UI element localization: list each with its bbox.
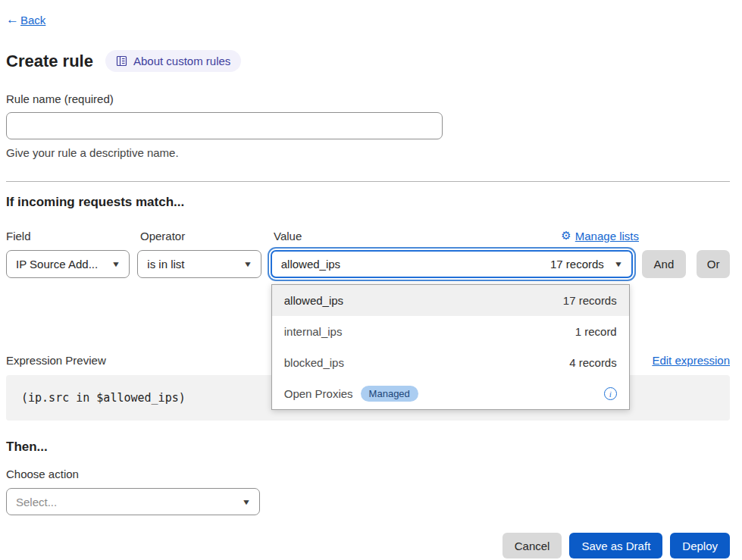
list-option-blocked-ips[interactable]: blocked_ips 4 records [272, 347, 629, 378]
lists-dropdown: allowed_ips 17 records internal_ips 1 re… [271, 284, 630, 410]
list-option-name: blocked_ips [284, 356, 344, 369]
operator-select[interactable]: is in list ▼ [137, 250, 261, 278]
or-button[interactable]: Or [697, 250, 730, 278]
field-label: Field [6, 230, 140, 242]
match-heading: If incoming requests match... [6, 195, 730, 210]
about-custom-rules-link[interactable]: About custom rules [105, 50, 241, 72]
chevron-down-icon: ▼ [111, 260, 121, 268]
expression-preview-label: Expression Preview [6, 354, 106, 367]
manage-lists-label: Manage lists [575, 230, 639, 242]
choose-action-label: Choose action [6, 468, 730, 480]
about-custom-rules-label: About custom rules [133, 55, 230, 67]
field-select-value: IP Source Add... [16, 258, 98, 271]
list-option-name: internal_ips [284, 325, 343, 338]
page-title: Create rule [6, 52, 93, 71]
gear-icon: ⚙ [561, 229, 571, 242]
field-select[interactable]: IP Source Add... ▼ [6, 250, 130, 278]
list-option-records: 4 records [569, 356, 617, 369]
chevron-down-icon: ▼ [614, 260, 623, 268]
then-heading: Then... [6, 440, 730, 455]
rule-name-helper: Give your rule a descriptive name. [6, 146, 730, 159]
operator-label: Operator [140, 230, 274, 242]
list-option-open-proxies[interactable]: Open Proxies Managed i [272, 378, 629, 409]
value-select-selected: allowed_ips [281, 258, 340, 271]
and-button[interactable]: And [642, 250, 686, 278]
chevron-down-icon: ▼ [243, 260, 252, 268]
operator-select-value: is in list [147, 258, 184, 271]
edit-expression-link[interactable]: Edit expression [652, 354, 730, 367]
value-label: Value [274, 230, 302, 242]
managed-badge: Managed [361, 386, 418, 402]
deploy-button[interactable]: Deploy [670, 533, 730, 558]
value-select-records: 17 records [550, 258, 604, 271]
action-select-placeholder: Select... [16, 496, 57, 508]
book-icon [116, 55, 127, 67]
cancel-button[interactable]: Cancel [502, 533, 562, 558]
back-link-label: Back [20, 14, 45, 27]
rule-name-input[interactable] [6, 112, 443, 139]
chevron-down-icon: ▼ [242, 498, 251, 506]
back-link[interactable]: ←Back [6, 12, 45, 27]
save-draft-button[interactable]: Save as Draft [569, 533, 662, 558]
list-option-allowed-ips[interactable]: allowed_ips 17 records [272, 285, 629, 316]
manage-lists-link[interactable]: ⚙ Manage lists [561, 229, 639, 242]
info-icon[interactable]: i [604, 387, 617, 400]
list-option-records: 1 record [575, 325, 617, 338]
back-arrow-icon: ← [6, 12, 19, 27]
rule-name-label: Rule name (required) [6, 92, 730, 105]
list-option-internal-ips[interactable]: internal_ips 1 record [272, 316, 629, 347]
section-divider [6, 181, 730, 182]
create-rule-page: ←Back Create rule About custom rules Rul… [0, 0, 736, 558]
list-option-records: 17 records [563, 294, 617, 307]
list-option-name: Open Proxies [284, 387, 353, 400]
action-select[interactable]: Select... ▼ [6, 488, 260, 515]
value-select[interactable]: allowed_ips 17 records ▼ [271, 250, 633, 278]
expression-code: (ip.src in $allowed_ips) [21, 391, 186, 405]
list-option-name: allowed_ips [284, 294, 343, 307]
